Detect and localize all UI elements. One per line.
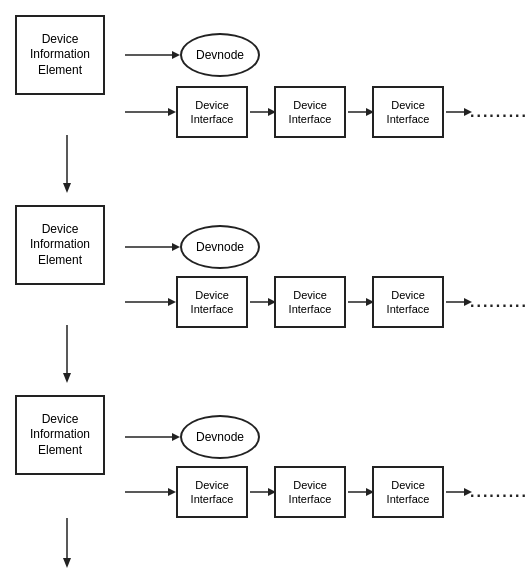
svg-marker-3	[168, 108, 176, 116]
devnode-1: Devnode	[180, 33, 260, 77]
svg-marker-15	[168, 298, 176, 306]
di-box-2-2: DeviceInterface	[274, 276, 346, 328]
di-box-3-3: DeviceInterface	[372, 466, 444, 518]
dots-1: .........	[470, 103, 528, 121]
group-3: DeviceInformationElement	[15, 395, 105, 475]
di-box-3-2: DeviceInterface	[274, 466, 346, 518]
di-box-1-3: DeviceInterface	[372, 86, 444, 138]
group-2: DeviceInformationElement	[15, 205, 105, 285]
svg-marker-23	[63, 373, 71, 383]
devnode-2: Devnode	[180, 225, 260, 269]
devnode-3: Devnode	[180, 415, 260, 459]
di-row-2: DeviceInterface DeviceInterface DeviceIn…	[176, 276, 528, 328]
die-box-2: DeviceInformationElement	[15, 205, 105, 285]
die-box-1: DeviceInformationElement	[15, 15, 105, 95]
svg-marker-13	[172, 243, 180, 251]
di-box-3-1: DeviceInterface	[176, 466, 248, 518]
svg-marker-11	[63, 183, 71, 193]
diagram: DeviceInformationElement Devnode DeviceI…	[0, 0, 530, 577]
svg-marker-27	[168, 488, 176, 496]
di-row-3: DeviceInterface DeviceInterface DeviceIn…	[176, 466, 528, 518]
svg-marker-1	[172, 51, 180, 59]
die-box-3: DeviceInformationElement	[15, 395, 105, 475]
di-box-2-1: DeviceInterface	[176, 276, 248, 328]
dots-2: .........	[470, 293, 528, 311]
svg-marker-25	[172, 433, 180, 441]
svg-marker-35	[63, 558, 71, 568]
group-1: DeviceInformationElement	[15, 15, 105, 95]
di-box-1-1: DeviceInterface	[176, 86, 248, 138]
di-box-2-3: DeviceInterface	[372, 276, 444, 328]
dots-3: .........	[470, 483, 528, 501]
di-row-1: DeviceInterface DeviceInterface DeviceIn…	[176, 86, 528, 138]
di-box-1-2: DeviceInterface	[274, 86, 346, 138]
